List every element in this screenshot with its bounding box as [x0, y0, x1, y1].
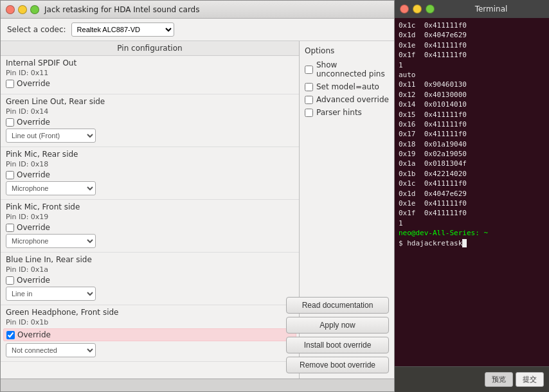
override-row-2: Override [6, 170, 294, 179]
terminal-line: 0x1b 0x42214020 [399, 169, 545, 179]
pin-list: Internal SPDIF Out Pin ID: 0x11 Override… [1, 56, 299, 379]
terminal-line: 0x15 0x411111f0 [399, 110, 545, 120]
override-label-3: Override [17, 223, 50, 232]
terminal-line: 0x1c 0x411111f0 [399, 21, 545, 30]
option-label-2: Advanced override [316, 95, 389, 104]
pin-title-4: Blue Line In, Rear side [6, 255, 294, 264]
read-docs-button[interactable]: Read documentation [286, 297, 389, 314]
override-row-4: Override [6, 276, 294, 285]
override-checkbox-3[interactable] [6, 224, 14, 232]
override-label-5: Override [17, 330, 51, 339]
close-button[interactable] [6, 5, 15, 14]
override-checkbox-2[interactable] [6, 171, 14, 179]
advanced-override-checkbox[interactable] [305, 96, 313, 104]
pin-config-panel: Pin configuration Internal SPDIF Out Pin… [1, 41, 300, 379]
terminal-title-bar: Terminal [395, 0, 549, 18]
pin-dropdown-4[interactable]: Line in [6, 287, 96, 301]
main-window: Jack retasking for HDA Intel sound cards… [0, 0, 395, 392]
terminal-line: 0x1c 0x411111f0 [399, 179, 545, 188]
pin-title-0: Internal SPDIF Out [6, 58, 294, 67]
terminal-line: auto [399, 70, 545, 80]
pin-section-1: Green Line Out, Rear side Pin ID: 0x14 O… [1, 94, 299, 147]
remove-boot-button[interactable]: Remove boot override [286, 357, 389, 373]
pin-id-5: Pin ID: 0x1b [6, 318, 294, 326]
override-label-1: Override [17, 118, 50, 127]
pin-id-1: Pin ID: 0x14 [6, 107, 294, 116]
terminal-line: 0x1f 0x411111f0 [399, 50, 545, 60]
override-checkbox-5[interactable] [6, 331, 15, 339]
pin-id-2: Pin ID: 0x18 [6, 160, 294, 168]
pin-dropdown-1[interactable]: Line out (Front) [6, 129, 96, 143]
options-title: Options [305, 46, 389, 55]
terminal-line: 1 [399, 60, 545, 70]
terminal-maximize[interactable] [426, 4, 435, 13]
override-checkbox-0[interactable] [6, 80, 14, 88]
status-bar [1, 379, 394, 391]
terminal-line: 0x19 0x02a19050 [399, 149, 545, 159]
pin-id-0: Pin ID: 0x11 [6, 69, 294, 77]
option-label-0: Show unconnected pins [316, 60, 389, 78]
option-row-3: Parser hints [305, 107, 389, 118]
terminal-prompt-line: neo@dev-All-Series: ~ [399, 228, 545, 238]
pin-title-2: Pink Mic, Rear side [6, 150, 294, 159]
codec-select[interactable]: Realtek ALC887-VD [71, 22, 174, 37]
terminal-command-line: $ hdajackretask [399, 238, 545, 248]
terminal-content[interactable]: 0x1c 0x411111f0 0x1d 0x4047e629 0x1e 0x4… [395, 18, 549, 366]
pin-section-3: Pink Mic, Front side Pin ID: 0x19 Overri… [1, 200, 299, 253]
option-row-0: Show unconnected pins [305, 59, 389, 80]
terminal-line: 0x17 0x411111f0 [399, 129, 545, 139]
pin-dropdown-2[interactable]: Microphone [6, 181, 96, 195]
pin-id-3: Pin ID: 0x19 [6, 213, 294, 221]
parser-hints-checkbox[interactable] [305, 109, 313, 117]
terminal-title: Terminal [438, 4, 544, 13]
terminal-line: 0x1e 0x411111f0 [399, 199, 545, 208]
terminal-close[interactable] [400, 4, 409, 13]
bottom-buttons: Read documentation Apply now Install boo… [281, 292, 394, 379]
title-bar: Jack retasking for HDA Intel sound cards [1, 1, 394, 19]
override-checkbox-1[interactable] [6, 118, 14, 127]
terminal-line: 0x1d 0x4047e629 [399, 189, 545, 199]
right-panel: Options Show unconnected pins Set model=… [300, 41, 394, 379]
option-row-2: Advanced override [305, 94, 389, 105]
submit-tab-btn[interactable]: 提交 [516, 372, 544, 387]
terminal-line: 0x16 0x411111f0 [399, 120, 545, 129]
pin-section-0: Internal SPDIF Out Pin ID: 0x11 Override [1, 56, 299, 94]
override-row-3: Override [6, 223, 294, 232]
terminal-line: 0x1f 0x411111f0 [399, 208, 545, 218]
terminal-line: 0x1a 0x0181304f [399, 159, 545, 168]
terminal-panel: Terminal 0x1c 0x411111f0 0x1d 0x4047e629… [395, 0, 549, 392]
override-row-1: Override [6, 118, 294, 127]
window-title: Jack retasking for HDA Intel sound cards [44, 5, 200, 14]
override-checkbox-4[interactable] [6, 276, 14, 285]
override-row-0: Override [6, 79, 294, 88]
install-boot-button[interactable]: Install boot override [286, 337, 389, 353]
override-row-5: Override [3, 328, 296, 341]
option-label-1: Set model=auto [316, 82, 379, 91]
pin-id-4: Pin ID: 0x1a [6, 265, 294, 274]
terminal-line: 0x12 0x40130000 [399, 90, 545, 100]
terminal-line: 0x1e 0x411111f0 [399, 40, 545, 50]
codec-row: Select a codec: Realtek ALC887-VD [1, 19, 394, 41]
window-controls [6, 5, 39, 14]
terminal-minimize[interactable] [413, 4, 422, 13]
maximize-button[interactable] [30, 5, 39, 14]
set-model-checkbox[interactable] [305, 83, 313, 91]
pin-dropdown-5[interactable]: Not connected [6, 343, 96, 357]
pin-dropdown-3[interactable]: Microphone [6, 234, 96, 248]
override-label-4: Override [17, 276, 50, 285]
terminal-line: 0x1d 0x4047e629 [399, 30, 545, 40]
pin-title-1: Green Line Out, Rear side [6, 97, 294, 106]
minimize-button[interactable] [18, 5, 27, 14]
pin-section-5: Green Headphone, Front side Pin ID: 0x1b… [1, 305, 299, 362]
show-unconnected-checkbox[interactable] [305, 66, 313, 74]
pin-config-header: Pin configuration [1, 41, 299, 56]
preview-tab-btn[interactable]: 预览 [485, 372, 513, 387]
pin-title-3: Pink Mic, Front side [6, 202, 294, 211]
codec-label: Select a codec: [7, 25, 66, 34]
pin-title-5: Green Headphone, Front side [6, 308, 294, 317]
terminal-line: 0x18 0x01a19040 [399, 139, 545, 149]
option-row-1: Set model=auto [305, 81, 389, 93]
option-label-3: Parser hints [316, 108, 362, 117]
pin-section-4: Blue Line In, Rear side Pin ID: 0x1a Ove… [1, 253, 299, 305]
apply-now-button[interactable]: Apply now [286, 317, 389, 334]
